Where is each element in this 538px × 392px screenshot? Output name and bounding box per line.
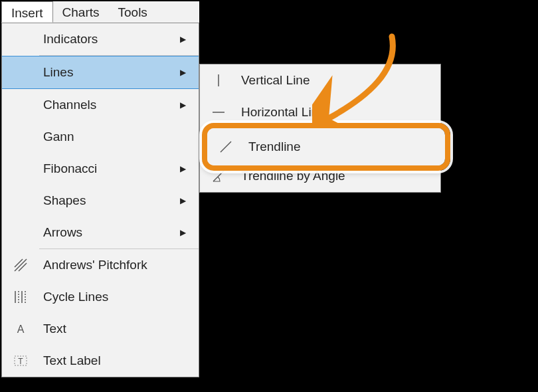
menu-item-text[interactable]: A Text <box>2 313 199 345</box>
submenu-label: Horizontal Line <box>237 105 440 120</box>
menu-label: Cycle Lines <box>39 290 199 304</box>
vertical-line-icon <box>211 72 226 88</box>
svg-text:T: T <box>18 357 23 366</box>
submenu-arrow-icon: ▶ <box>180 100 199 110</box>
submenu-item-vertical-line[interactable]: Vertical Line <box>200 64 440 96</box>
svg-line-1 <box>15 259 23 267</box>
menubar: Insert Charts Tools <box>1 1 199 23</box>
submenu-item-trendline-by-angle[interactable]: Trendline by Angle <box>200 160 440 192</box>
svg-text:A: A <box>17 324 25 335</box>
menubar-item-charts[interactable]: Charts <box>53 1 109 23</box>
submenu-label: Trendline <box>237 137 440 151</box>
menubar-label: Tools <box>118 5 147 19</box>
trendline-icon <box>211 136 226 152</box>
menu-label: Fibonacci <box>39 161 180 176</box>
trendline-angle-icon <box>211 168 226 184</box>
menu-label: Text Label <box>39 353 199 368</box>
menu-item-lines[interactable]: Lines ▶ <box>2 56 199 89</box>
submenu-arrow-icon: ▶ <box>180 68 199 77</box>
text-icon: A <box>13 321 29 337</box>
menu-label: Channels <box>39 98 180 112</box>
menubar-item-tools[interactable]: Tools <box>109 1 157 23</box>
insert-dropdown: Indicators ▶ Lines ▶ Channels ▶ Gann Fib… <box>1 23 199 377</box>
svg-line-13 <box>213 171 224 181</box>
submenu-item-trendline[interactable]: Trendline <box>200 128 440 160</box>
submenu-label: Trendline by Angle <box>237 169 440 183</box>
menu-label: Shapes <box>39 193 180 208</box>
menu-item-fibonacci[interactable]: Fibonacci ▶ <box>2 153 199 185</box>
menu-item-shapes[interactable]: Shapes ▶ <box>2 185 199 217</box>
menu-label: Lines <box>39 65 180 80</box>
pitchfork-icon <box>13 257 29 273</box>
svg-line-12 <box>213 139 224 149</box>
menu-item-channels[interactable]: Channels ▶ <box>2 89 199 121</box>
menu-item-arrows[interactable]: Arrows ▶ <box>2 217 199 248</box>
menubar-label: Charts <box>62 5 100 19</box>
horizontal-line-icon <box>211 104 226 120</box>
menu-label: Arrows <box>39 225 180 240</box>
submenu-arrow-icon: ▶ <box>180 228 199 237</box>
menu-label: Gann <box>39 130 180 144</box>
text-label-icon: T <box>13 353 29 369</box>
submenu-arrow-icon: ▶ <box>180 35 199 44</box>
menu-item-text-label[interactable]: T Text Label <box>2 345 199 377</box>
submenu-arrow-icon: ▶ <box>180 196 199 205</box>
menubar-item-insert[interactable]: Insert <box>1 1 53 23</box>
cycle-lines-icon <box>13 289 29 305</box>
menu-item-andrews-pitchfork[interactable]: Andrews' Pitchfork <box>2 249 199 281</box>
submenu-label: Vertical Line <box>237 73 440 88</box>
menu-label: Text <box>39 322 199 336</box>
menu-item-gann[interactable]: Gann <box>2 121 199 153</box>
menu-label: Andrews' Pitchfork <box>39 258 199 272</box>
menu-label: Indicators <box>39 32 180 47</box>
lines-submenu: Vertical Line Horizontal Line Trendline … <box>199 64 441 193</box>
menu-item-indicators[interactable]: Indicators ▶ <box>2 23 199 55</box>
menu-item-cycle-lines[interactable]: Cycle Lines <box>2 281 199 313</box>
svg-line-2 <box>19 263 27 271</box>
submenu-arrow-icon: ▶ <box>180 164 199 173</box>
menubar-label: Insert <box>11 6 43 20</box>
submenu-item-horizontal-line[interactable]: Horizontal Line <box>200 96 440 128</box>
